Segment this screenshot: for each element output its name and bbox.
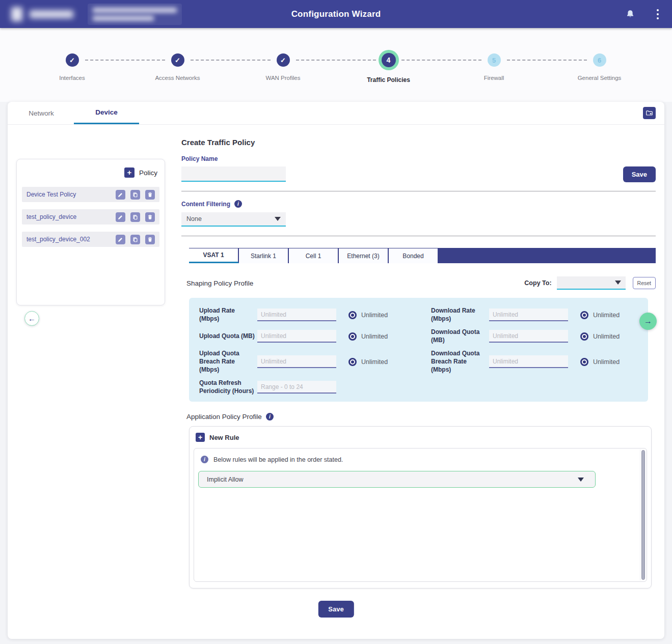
radio-selected-icon [348, 332, 357, 341]
pencil-icon [118, 192, 123, 198]
upload-quota-label: Upload Quota (MB) [199, 332, 256, 341]
tab-vsat-1[interactable]: VSAT 1 [189, 248, 239, 263]
delete-policy-button[interactable] [145, 235, 155, 244]
create-policy-section: Create Traffic Policy Policy Name Save C… [181, 125, 656, 589]
tab-starlink-1[interactable]: Starlink 1 [239, 248, 289, 263]
policy-list-item[interactable]: test_policy_device_002 [22, 232, 159, 247]
step-check-icon[interactable]: ✓ [66, 53, 79, 67]
delete-policy-button[interactable] [145, 212, 155, 222]
application-profile-title: Application Policy Profile [186, 413, 262, 421]
wizard-stepper-strip: ✓ Interfaces ✓ Access Networks ✓ WAN Pro… [0, 28, 672, 102]
overflow-menu-button[interactable] [655, 7, 661, 21]
content-filtering-label: Content Filtering i [181, 200, 656, 208]
upload-breach-rate-input[interactable] [257, 355, 336, 368]
kebab-icon [657, 9, 659, 11]
rule-implicit-allow[interactable]: Implicit Allow [198, 471, 596, 488]
step-wan-profiles[interactable]: ✓ WAN Profiles [230, 53, 336, 83]
content-filtering-value: None [186, 215, 202, 222]
arrow-right-icon: → [644, 317, 652, 325]
radio-selected-icon [580, 358, 588, 366]
add-policy-button[interactable]: Policy [139, 169, 157, 177]
step-number[interactable]: 4 [382, 53, 396, 67]
add-policy-icon[interactable]: + [124, 167, 135, 178]
delete-policy-button[interactable] [145, 190, 155, 200]
scrollbar-track[interactable] [640, 450, 646, 580]
copy-to-label: Copy To: [524, 279, 551, 287]
upload-breach-unlimited-radio[interactable]: Unlimited [348, 358, 388, 366]
download-breach-rate-label: Download Quota Breach Rate (Mbps) [431, 350, 488, 374]
copy-policy-button[interactable] [130, 235, 140, 244]
download-breach-unlimited-radio[interactable]: Unlimited [580, 358, 620, 366]
edit-policy-button[interactable] [116, 190, 125, 200]
step-general-settings[interactable]: 6 General Settings [547, 53, 652, 83]
upload-rate-input[interactable] [257, 309, 336, 321]
rules-scroll-area: i Below rules will be applied in the ord… [194, 448, 647, 582]
quota-refresh-input[interactable] [257, 381, 336, 394]
folder-button[interactable] [643, 107, 656, 119]
tab-cell-1[interactable]: Cell 1 [289, 248, 339, 263]
tab-ethernet-3[interactable]: Ethernet (3) [339, 248, 389, 263]
divider [181, 191, 656, 191]
copy-policy-button[interactable] [130, 212, 140, 222]
radio-selected-icon [348, 358, 357, 366]
policy-name-input[interactable] [181, 166, 286, 182]
copy-icon [132, 237, 138, 242]
step-check-icon[interactable]: ✓ [171, 53, 184, 67]
new-rule-icon[interactable]: + [196, 433, 205, 442]
step-check-icon[interactable]: ✓ [277, 53, 290, 67]
download-rate-input[interactable] [489, 309, 568, 321]
application-rules-box: + New Rule i Below rules will be applied… [189, 426, 652, 589]
radio-selected-icon [348, 311, 357, 319]
notifications-button[interactable] [625, 9, 635, 19]
scrollbar-thumb[interactable] [641, 450, 645, 580]
tab-device[interactable]: Device [74, 102, 139, 124]
tab-network[interactable]: Network [9, 102, 74, 124]
tab-bonded[interactable]: Bonded [389, 248, 439, 263]
rule-value: Implicit Allow [207, 476, 244, 483]
step-access-networks[interactable]: ✓ Access Networks [125, 53, 230, 83]
policy-list-item[interactable]: Device Test Policy [22, 187, 159, 202]
step-traffic-policies[interactable]: 4 Traffic Policies [336, 53, 441, 83]
upload-quota-unlimited-radio[interactable]: Unlimited [348, 332, 388, 341]
trash-icon [147, 214, 153, 220]
back-step-button[interactable]: ← [24, 311, 39, 326]
info-icon[interactable]: i [266, 413, 274, 421]
save-policy-button[interactable]: Save [623, 166, 656, 182]
save-all-button[interactable]: Save [318, 601, 354, 618]
upload-rate-unlimited-radio[interactable]: Unlimited [348, 311, 388, 319]
download-rate-unlimited-radio[interactable]: Unlimited [580, 311, 620, 319]
chevron-down-icon [578, 478, 584, 482]
reset-button[interactable]: Reset [633, 277, 656, 289]
edit-policy-button[interactable] [116, 235, 125, 244]
pencil-icon [118, 214, 123, 220]
download-quota-unlimited-radio[interactable]: Unlimited [580, 332, 620, 341]
upload-breach-rate-label: Upload Quota Breach Rate (Mbps) [199, 350, 256, 374]
wizard-stepper: ✓ Interfaces ✓ Access Networks ✓ WAN Pro… [19, 53, 652, 83]
edit-policy-button[interactable] [116, 212, 125, 222]
trash-icon [147, 237, 153, 242]
pencil-icon [118, 237, 123, 242]
upload-quota-input[interactable] [257, 330, 336, 343]
next-interface-button[interactable]: → [639, 313, 657, 330]
radio-selected-icon [580, 332, 588, 341]
download-quota-input[interactable] [489, 330, 568, 343]
step-number[interactable]: 6 [593, 53, 606, 67]
copy-icon [132, 192, 138, 198]
download-breach-rate-input[interactable] [489, 355, 568, 368]
info-icon[interactable]: i [234, 200, 242, 208]
step-firewall[interactable]: 5 Firewall [441, 53, 547, 83]
copy-policy-button[interactable] [130, 190, 140, 200]
page-title: Configuration Wizard [0, 9, 672, 19]
step-number[interactable]: 5 [488, 53, 501, 67]
interface-tabs: VSAT 1 Starlink 1 Cell 1 Ethernet (3) Bo… [189, 248, 656, 263]
copy-to-select[interactable] [557, 276, 626, 290]
step-interfaces[interactable]: ✓ Interfaces [19, 53, 125, 83]
quota-refresh-label: Quota Refresh Periodicity (Hours) [199, 379, 256, 395]
info-icon: i [201, 456, 208, 463]
content-filtering-select[interactable]: None [181, 212, 286, 227]
policy-name: test_policy_device_002 [26, 236, 90, 243]
download-quota-label: Download Quota (MB) [431, 328, 488, 344]
divider [181, 236, 656, 236]
policy-list-item[interactable]: test_policy_device [22, 209, 159, 225]
new-rule-button[interactable]: New Rule [209, 434, 239, 441]
